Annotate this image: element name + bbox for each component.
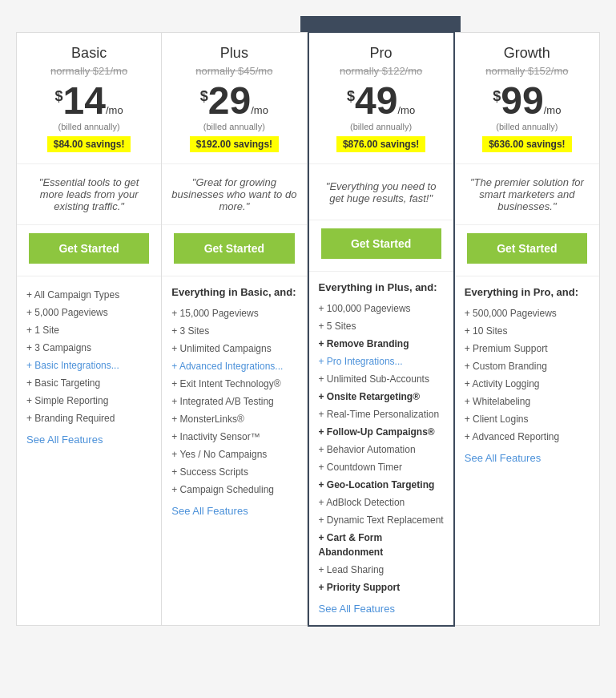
feature-item: + Integrated A/B Testing (171, 393, 296, 410)
see-all-features-link-growth[interactable]: See All Features (465, 452, 541, 464)
feature-item: + Geo-Location Targeting (319, 476, 444, 494)
get-started-button-pro[interactable]: Get Started (321, 228, 441, 259)
price-row-basic: $14/mo (25, 82, 153, 120)
features-heading-plus: Everything in Basic, and: (171, 286, 296, 298)
feature-item: + Success Scripts (171, 463, 296, 481)
special-offer-banner (300, 16, 461, 32)
feature-item: + Pro Integrations... (319, 353, 444, 370)
per-month-plus: /mo (251, 104, 268, 116)
feature-item: + MonsterLinks® (171, 410, 296, 428)
pricing-page: Basicnormally $21/mo$14/mo(billed annual… (8, 8, 608, 642)
features-section-basic: + All Campaign Types+ 5,000 Pageviews+ 1… (17, 276, 161, 456)
feature-item: + Countdown Timer (319, 458, 444, 476)
feature-item: + Onsite Retargeting® (319, 388, 444, 405)
feature-item: + Activity Logging (465, 375, 590, 393)
features-section-pro: Everything in Plus, and:+ 100,000 Pagevi… (309, 271, 453, 625)
currency-growth: $ (493, 88, 501, 105)
billed-annually-growth: (billed annually) (463, 122, 591, 131)
savings-text-pro: $876.00 savings! (336, 136, 425, 152)
feature-item: + Campaign Scheduling (171, 481, 296, 498)
savings-text-growth: $636.00 savings! (482, 136, 571, 152)
currency-plus: $ (200, 88, 208, 105)
feature-item: + Dynamic Text Replacement (319, 511, 444, 529)
cta-wrap-growth: Get Started (455, 233, 599, 264)
get-started-button-growth[interactable]: Get Started (467, 233, 587, 264)
price-row-plus: $29/mo (170, 82, 298, 120)
feature-item: + 100,000 Pageviews (319, 300, 444, 317)
savings-text-basic: $84.00 savings! (47, 136, 131, 152)
feature-item: + Basic Integrations... (26, 357, 151, 374)
feature-item: + Premium Support (465, 340, 590, 357)
plan-header-growth: Growthnormally $152/mo$99/mo(billed annu… (455, 33, 599, 164)
plan-description-pro: "Everything you need to get huge results… (309, 164, 453, 220)
feature-item: + Whitelabeling (465, 393, 590, 410)
original-price-basic: normally $21/mo (25, 65, 153, 77)
feature-item: + 1 Site (26, 321, 151, 339)
savings-badge-pro: $876.00 savings! (317, 136, 445, 155)
price-row-pro: $49/mo (317, 82, 445, 120)
plan-basic: Basicnormally $21/mo$14/mo(billed annual… (17, 33, 162, 625)
features-section-plus: Everything in Basic, and:+ 15,000 Pagevi… (162, 276, 306, 527)
see-all-features-link-basic[interactable]: See All Features (26, 434, 103, 446)
feature-item: + Behavior Automation (319, 441, 444, 458)
feature-link[interactable]: + Advanced Integrations... (171, 361, 283, 372)
plan-description-basic: "Essential tools to get more leads from … (17, 164, 161, 225)
feature-item: + 15,000 Pageviews (171, 305, 296, 322)
cta-wrap-pro: Get Started (309, 228, 453, 259)
feature-item: + Simple Reporting (26, 392, 151, 410)
see-all-features-link-plus[interactable]: See All Features (171, 505, 248, 517)
feature-item: + 500,000 Pageviews (465, 305, 590, 322)
feature-item: + Advanced Reporting (465, 428, 590, 446)
feature-item: + All Campaign Types (26, 286, 151, 304)
per-month-basic: /mo (106, 104, 123, 116)
plan-description-growth: "The premier solution for smart marketer… (455, 164, 599, 225)
plan-header-basic: Basicnormally $21/mo$14/mo(billed annual… (17, 33, 161, 164)
feature-item: + Basic Targeting (26, 374, 151, 392)
feature-item: + 10 Sites (465, 322, 590, 340)
plan-growth: Growthnormally $152/mo$99/mo(billed annu… (455, 33, 599, 625)
feature-item: + Exit Intent Technology® (171, 375, 296, 393)
features-heading-growth: Everything in Pro, and: (465, 286, 590, 298)
feature-item: + 5,000 Pageviews (26, 304, 151, 321)
plan-header-pro: Pronormally $122/mo$49/mo(billed annuall… (309, 33, 453, 164)
plan-pro: Pronormally $122/mo$49/mo(billed annuall… (308, 31, 455, 627)
feature-item: + Branding Required (26, 410, 151, 427)
feature-item: + Advanced Integrations... (171, 357, 296, 375)
feature-item: + 3 Campaigns (26, 339, 151, 357)
get-started-button-basic[interactable]: Get Started (29, 233, 149, 264)
feature-item: + Cart & Form Abandonment (319, 529, 444, 561)
original-price-plus: normally $45/mo (170, 65, 298, 77)
plan-description-plus: "Great for growing businesses who want t… (162, 164, 306, 225)
cta-wrap-basic: Get Started (17, 233, 161, 264)
feature-item: + Priority Support (319, 579, 444, 596)
feature-item: + Client Logins (465, 410, 590, 428)
price-amount-growth: 99 (501, 82, 543, 120)
feature-link[interactable]: + Pro Integrations... (319, 356, 403, 367)
original-price-growth: normally $152/mo (463, 65, 591, 77)
feature-item: + Custom Branding (465, 357, 590, 375)
plans-container: Basicnormally $21/mo$14/mo(billed annual… (16, 32, 600, 626)
billed-annually-plus: (billed annually) (170, 122, 298, 131)
savings-badge-basic: $84.00 savings! (25, 136, 153, 155)
feature-item: + Lead Sharing (319, 561, 444, 579)
see-all-features-link-pro[interactable]: See All Features (319, 603, 395, 615)
price-amount-pro: 49 (355, 82, 397, 120)
feature-item: + Inactivity Sensor™ (171, 428, 296, 446)
original-price-pro: normally $122/mo (317, 65, 445, 77)
feature-link[interactable]: + Basic Integrations... (26, 360, 119, 371)
feature-item: + Real-Time Personalization (319, 405, 444, 423)
feature-item: + Follow-Up Campaigns® (319, 423, 444, 441)
price-amount-plus: 29 (208, 82, 251, 120)
feature-item: + Unlimited Campaigns (171, 340, 296, 357)
currency-basic: $ (55, 88, 63, 105)
feature-item: + AdBlock Detection (319, 494, 444, 511)
plan-name-plus: Plus (170, 45, 298, 62)
savings-badge-growth: $636.00 savings! (463, 136, 591, 155)
currency-pro: $ (347, 88, 355, 105)
plan-plus: Plusnormally $45/mo$29/mo(billed annuall… (162, 33, 307, 625)
per-month-growth: /mo (544, 104, 562, 116)
per-month-pro: /mo (397, 104, 415, 116)
get-started-button-plus[interactable]: Get Started (174, 233, 294, 264)
feature-item: + Yes / No Campaigns (171, 446, 296, 463)
savings-text-plus: $192.00 savings! (190, 136, 279, 152)
